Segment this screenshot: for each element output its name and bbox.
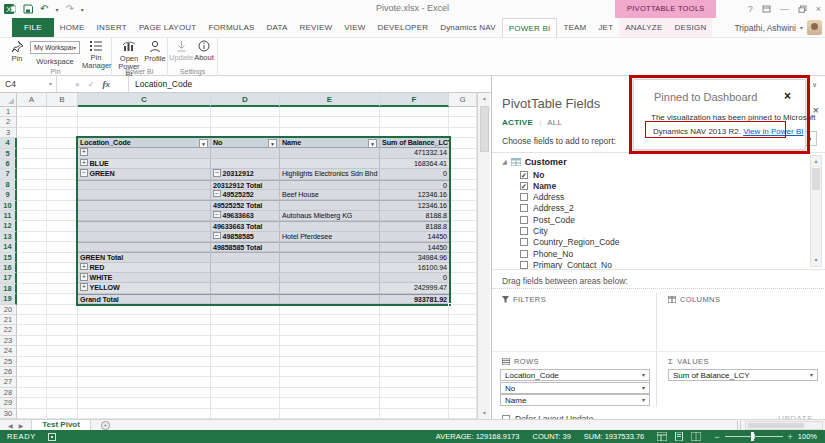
field-list-scrollbar[interactable]: ▴ ▾ bbox=[810, 155, 822, 267]
pivot-cell-r4-e[interactable]: Name▾ bbox=[280, 138, 380, 148]
field-checkbox-Name[interactable]: ✓ bbox=[520, 182, 528, 190]
column-header-D[interactable]: D bbox=[211, 93, 280, 107]
pivot-cell-r9-f[interactable]: 12346.16 bbox=[380, 190, 449, 200]
pivot-cell-r18-c[interactable]: +YELLOW bbox=[78, 283, 211, 293]
ribbon-tab-formulas[interactable]: FORMULAS bbox=[202, 18, 260, 37]
zoom-level[interactable]: 100% bbox=[798, 432, 817, 441]
pivot-cell-r9-e[interactable]: Beef House bbox=[280, 190, 380, 200]
field-item-Name[interactable]: ✓Name bbox=[520, 180, 556, 191]
minimize-icon[interactable]: — bbox=[780, 2, 789, 16]
scrollbar-split-handle[interactable] bbox=[737, 421, 741, 430]
row-header-7[interactable]: 7 bbox=[0, 169, 17, 179]
help-icon[interactable]: ? bbox=[748, 2, 753, 16]
vertical-scrollbar[interactable]: ▴ ▾ bbox=[477, 93, 490, 419]
ribbon-tab-data[interactable]: DATA bbox=[260, 18, 293, 37]
collapse-icon[interactable]: − bbox=[213, 169, 221, 177]
pivot-cell-r5-d[interactable] bbox=[211, 148, 280, 158]
tab-active[interactable]: ACTIVE bbox=[502, 118, 533, 127]
row-header-15[interactable]: 15 bbox=[0, 253, 17, 263]
pivot-cell-r11-c[interactable] bbox=[78, 211, 211, 221]
field-item-Post_Code[interactable]: Post_Code bbox=[520, 214, 575, 225]
prev-sheet-icon[interactable]: ◀ bbox=[8, 422, 13, 429]
pivot-cell-r6-d[interactable] bbox=[211, 159, 280, 169]
row-header-2[interactable]: 2 bbox=[0, 117, 17, 127]
pivot-cell-r18-f[interactable]: 242999.47 bbox=[380, 283, 449, 293]
field-checkbox-Address_2[interactable] bbox=[520, 204, 528, 212]
pivot-cell-r14-f[interactable]: 14450 bbox=[380, 242, 449, 252]
pivot-cell-r18-e[interactable] bbox=[280, 283, 380, 293]
field-checkbox-No[interactable]: ✓ bbox=[520, 171, 528, 179]
field-checkbox-Primary_Contact_No[interactable] bbox=[520, 261, 528, 269]
rows-chip-Name[interactable]: ▾Name bbox=[500, 394, 650, 406]
collapse-icon[interactable]: − bbox=[213, 232, 221, 240]
pivot-cell-r17-d[interactable] bbox=[211, 273, 280, 283]
list-scroll-down-icon[interactable]: ▾ bbox=[811, 255, 821, 266]
row-header-24[interactable]: 24 bbox=[0, 346, 17, 356]
zoom-in-icon[interactable]: + bbox=[788, 432, 793, 442]
workspace-combobox[interactable]: My Workspace ▾ bbox=[30, 41, 80, 54]
pivot-cell-r8-e[interactable] bbox=[280, 180, 380, 190]
row-header-5[interactable]: 5 bbox=[0, 149, 17, 159]
field-item-Phone_No[interactable]: Phone_No bbox=[520, 248, 573, 259]
zoom-slider[interactable] bbox=[725, 436, 783, 437]
pivot-cell-r16-f[interactable]: 16100.94 bbox=[380, 263, 449, 273]
expand-icon[interactable]: + bbox=[80, 273, 88, 281]
ribbon-tab-insert[interactable]: INSERT bbox=[91, 18, 133, 37]
row-header-19[interactable]: 19 bbox=[0, 294, 17, 304]
horizontal-scrollbar-thumb[interactable] bbox=[748, 423, 804, 428]
account-area[interactable]: Tripathi, Ashwini ▾ bbox=[734, 18, 822, 37]
pivot-cell-r8-c[interactable] bbox=[78, 180, 211, 190]
row-header-3[interactable]: 3 bbox=[0, 128, 17, 138]
redo-icon[interactable]: ↷ bbox=[65, 1, 73, 17]
collapse-icon[interactable]: − bbox=[80, 169, 88, 177]
field-checkbox-Country_Region_Code[interactable] bbox=[520, 238, 528, 246]
view-in-powerbi-link[interactable]: View in Power BI bbox=[743, 127, 803, 136]
pivot-cell-r19-c[interactable]: Grand Total bbox=[78, 294, 211, 304]
restore-icon[interactable] bbox=[798, 5, 807, 13]
column-header-F[interactable]: F bbox=[380, 93, 449, 107]
pivot-cell-r7-f[interactable]: 0 bbox=[380, 169, 449, 179]
pivot-cell-r6-e[interactable] bbox=[280, 159, 380, 169]
pin-manager-button[interactable]: Pin Manager bbox=[82, 40, 110, 70]
chip-dropdown-icon[interactable]: ▾ bbox=[642, 395, 645, 406]
pivot-cell-r7-c[interactable]: −GREEN bbox=[78, 169, 211, 179]
pivot-cell-r10-d[interactable]: 49525252 Total bbox=[211, 200, 280, 210]
expand-icon[interactable]: + bbox=[80, 263, 88, 271]
row-header-21[interactable]: 21 bbox=[0, 315, 17, 325]
ribbon-tab-view[interactable]: VIEW bbox=[338, 18, 371, 37]
row-header-27[interactable]: 27 bbox=[0, 377, 17, 387]
pivot-cell-r17-c[interactable]: +WHITE bbox=[78, 273, 211, 283]
pivot-cell-r6-f[interactable]: 168364.41 bbox=[380, 159, 449, 169]
row-header-9[interactable]: 9 bbox=[0, 190, 17, 200]
expand-icon[interactable]: + bbox=[80, 148, 88, 156]
ribbon-tab-design[interactable]: DESIGN bbox=[669, 18, 713, 37]
page-break-view-icon[interactable] bbox=[691, 432, 701, 441]
undo-icon[interactable]: ↶ bbox=[40, 1, 48, 17]
pivot-cell-r10-c[interactable] bbox=[78, 200, 211, 210]
row-header-28[interactable]: 28 bbox=[0, 388, 17, 398]
chip-dropdown-icon[interactable]: ▾ bbox=[642, 370, 645, 381]
rows-chip-No[interactable]: ▾No bbox=[500, 382, 650, 394]
ribbon-tab-dynamics-nav[interactable]: Dynamics NAV bbox=[434, 18, 502, 37]
field-item-Address_2[interactable]: Address_2 bbox=[520, 203, 574, 214]
pivot-cell-r13-f[interactable]: 14450 bbox=[380, 232, 449, 242]
row-header-13[interactable]: 13 bbox=[0, 232, 17, 242]
row-header-16[interactable]: 16 bbox=[0, 263, 17, 273]
pivot-cell-r15-d[interactable] bbox=[211, 252, 280, 262]
pivot-cell-r9-d[interactable]: −49525252 bbox=[211, 190, 280, 200]
horizontal-scrollbar[interactable] bbox=[745, 421, 823, 430]
chip-dropdown-icon[interactable]: ▾ bbox=[642, 383, 645, 394]
row-header-14[interactable]: 14 bbox=[0, 242, 17, 252]
pivot-cell-r7-e[interactable]: Highlights Electronics Sdn Bhd bbox=[280, 169, 380, 179]
row-header-6[interactable]: 6 bbox=[0, 159, 17, 169]
column-header-A[interactable]: A bbox=[17, 93, 47, 107]
pivot-cell-r14-e[interactable] bbox=[280, 242, 380, 252]
column-header-C[interactable]: C bbox=[78, 93, 211, 107]
field-checkbox-Address[interactable] bbox=[520, 193, 528, 201]
new-sheet-icon[interactable]: + bbox=[101, 421, 110, 430]
expand-icon[interactable]: + bbox=[80, 283, 88, 291]
field-item-Address[interactable]: Address bbox=[520, 192, 564, 203]
pivot-cell-r12-c[interactable] bbox=[78, 221, 211, 231]
pivot-cell-r12-e[interactable] bbox=[280, 221, 380, 231]
pivot-cell-r12-f[interactable]: 8188.8 bbox=[380, 221, 449, 231]
